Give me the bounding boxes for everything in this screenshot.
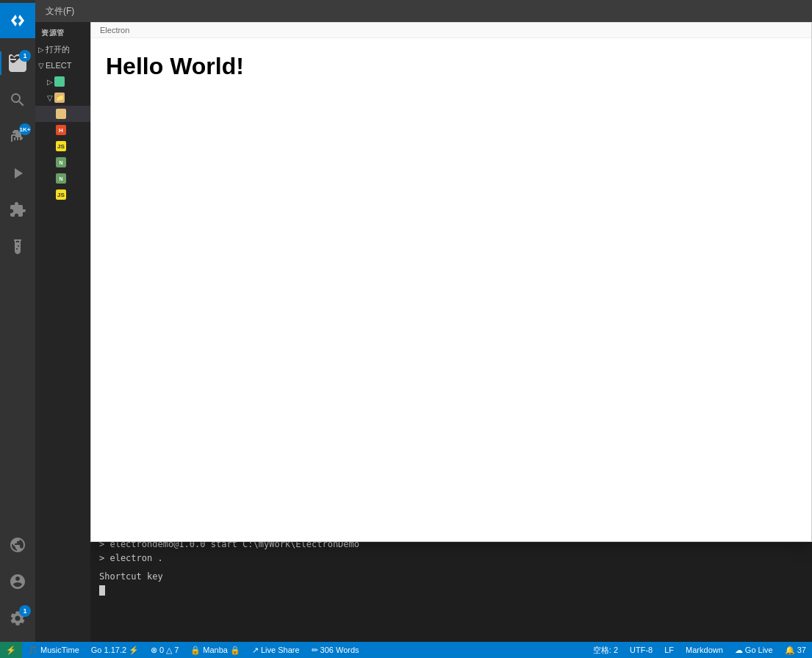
words-label: 306 Words — [320, 646, 359, 654]
go-live-icon: ☁ — [735, 646, 743, 655]
folder-row[interactable]: ▽ 📁 — [35, 90, 90, 106]
menu-bar: 文件(F) — [35, 0, 812, 22]
open-folder-label: 打开的 — [46, 44, 70, 55]
lock-icon-left: 🔒 — [190, 646, 201, 655]
project-row[interactable]: ▽ ELECT — [35, 57, 90, 73]
music-label: MusicTime — [40, 646, 79, 654]
remote-icon: ⚡ — [6, 646, 16, 655]
sidebar: 资源管 ▷ 打开的 ▽ ELECT ▷ ▽ 📁 H JS N — [35, 22, 90, 642]
status-go-live[interactable]: ☁ Go Live — [729, 642, 779, 658]
status-go[interactable]: Go 1.17.2 ⚡ — [85, 642, 145, 658]
status-words[interactable]: ✏ 306 Words — [306, 642, 365, 658]
bell-icon: 🔔 — [785, 646, 795, 655]
error-icon: ⊗ — [151, 646, 157, 655]
status-spaces[interactable]: 空格: 2 — [587, 642, 624, 658]
menu-file[interactable]: 文件(F) — [41, 4, 79, 19]
language-label: Markdown — [686, 646, 723, 654]
encoding-label: UTF-8 — [630, 646, 653, 654]
file-js-icon: JS — [56, 141, 66, 151]
status-music[interactable]: 🎵 MusicTime — [22, 642, 85, 658]
terminal-content: > electrondemo@1.0.0 start C:\myWork\Ele… — [90, 532, 812, 604]
file-html-row[interactable]: H — [35, 122, 90, 138]
file-yellow-icon — [56, 109, 66, 119]
manba-label: Manba — [203, 646, 228, 654]
status-language[interactable]: Markdown — [680, 642, 729, 658]
spaces-label: 空格: 2 — [593, 645, 618, 656]
electron-content: Hello World! — [91, 38, 811, 541]
warning-count: 7 — [174, 646, 179, 654]
vscode-frame: 文件(F) 1 1K+ — [0, 0, 812, 658]
go-live-label: Go Live — [745, 646, 773, 654]
project-label: ELECT — [46, 61, 71, 70]
status-manba[interactable]: 🔒 Manba 🔒 — [184, 642, 246, 658]
file-js2-row[interactable]: JS — [35, 187, 90, 203]
folder-green-arrow: ▷ — [47, 78, 53, 86]
lock-icon-right: 🔒 — [230, 646, 240, 655]
activity-search[interactable] — [0, 82, 35, 118]
notification-count: 37 — [797, 646, 806, 654]
pencil-icon: ✏ — [312, 646, 318, 655]
electron-subtitle: Electron — [91, 23, 811, 38]
activity-test[interactable] — [0, 229, 35, 264]
activity-bar-top: 1 1K+ — [0, 3, 35, 527]
terminal-line-2: > electron . — [99, 552, 803, 565]
live-share-label: Live Share — [261, 646, 300, 654]
folder-icon: 📁 — [54, 93, 65, 103]
file-yellow-row[interactable] — [35, 106, 90, 122]
activity-bar-bottom: 1 — [0, 527, 35, 642]
status-line-endings[interactable]: LF — [658, 642, 680, 658]
file-js2-icon: JS — [56, 189, 66, 200]
folder-green-icon — [54, 76, 65, 87]
terminal-cursor-line — [99, 584, 803, 596]
status-remote[interactable]: ⚡ — [0, 642, 22, 658]
status-notifications[interactable]: 🔔 37 — [779, 642, 812, 658]
activity-settings[interactable]: 1 — [0, 601, 35, 636]
activity-run[interactable] — [0, 156, 35, 191]
electron-heading: Hello World! — [106, 53, 797, 80]
terminal-line-3: Shortcut key — [99, 571, 803, 583]
activity-explorer[interactable]: 1 — [0, 46, 35, 81]
file-js-row[interactable]: JS — [35, 138, 90, 154]
open-folder-row[interactable]: ▷ 打开的 — [35, 41, 90, 57]
status-live-share[interactable]: ↗ Live Share — [246, 642, 306, 658]
go-label: Go 1.17.2 — [91, 646, 126, 654]
file-node2-icon: N — [56, 173, 66, 184]
electron-window: Hello World! ─ □ ✕ Electron Hello World! — [90, 0, 812, 542]
activity-bar: 1 1K+ — [0, 0, 35, 642]
status-errors[interactable]: ⊗ 0 △ 7 — [145, 642, 184, 658]
project-arrow: ▽ — [38, 62, 44, 70]
error-count: 0 — [159, 646, 164, 654]
file-node2-row[interactable]: N — [35, 170, 90, 187]
status-bar-right: 空格: 2 UTF-8 LF Markdown ☁ Go Live 🔔 — [587, 642, 812, 658]
file-html-icon: H — [56, 125, 66, 135]
file-node1-icon: N — [56, 157, 66, 167]
remote-button[interactable] — [0, 3, 35, 38]
source-control-badge: 1K+ — [19, 123, 31, 135]
status-bar: ⚡ 🎵 MusicTime Go 1.17.2 ⚡ ⊗ 0 △ 7 🔒 — [0, 642, 812, 658]
go-icon: ⚡ — [129, 646, 139, 655]
activity-source-control[interactable]: 1K+ — [0, 119, 35, 154]
activity-extensions[interactable] — [0, 192, 35, 228]
file-node1-row[interactable]: N — [35, 154, 90, 170]
terminal-cursor — [99, 585, 105, 596]
music-icon: 🎵 — [28, 646, 38, 655]
sidebar-header: 资源管 — [35, 22, 90, 41]
activity-git[interactable] — [0, 527, 35, 563]
live-share-icon: ↗ — [252, 646, 259, 655]
terminal-panel: > electrondemo@1.0.0 start C:\myWork\Ele… — [90, 532, 812, 642]
status-encoding[interactable]: UTF-8 — [624, 642, 658, 658]
status-bar-left: ⚡ 🎵 MusicTime Go 1.17.2 ⚡ ⊗ 0 △ 7 🔒 — [0, 642, 365, 658]
folder-green-row[interactable]: ▷ — [35, 73, 90, 90]
activity-account[interactable] — [0, 564, 35, 599]
warning-icon: △ — [166, 646, 172, 655]
folder-arrow: ▽ — [47, 94, 53, 102]
line-endings-label: LF — [664, 646, 674, 654]
explorer-badge: 1 — [19, 50, 31, 62]
open-folder-arrow: ▷ — [38, 46, 44, 54]
settings-badge: 1 — [19, 605, 31, 617]
